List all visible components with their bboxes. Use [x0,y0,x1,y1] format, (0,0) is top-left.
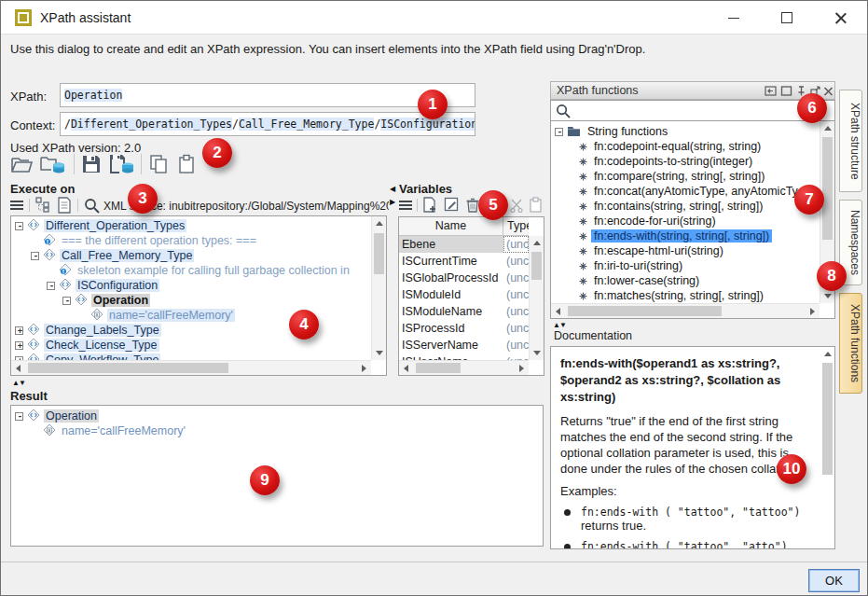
tree-expander-icon[interactable] [15,326,23,335]
splitter-handle[interactable] [12,379,25,387]
variable-row[interactable]: ISServerName(unc [399,337,529,353]
horizontal-scrollbar[interactable] [399,360,529,375]
paste-variable-icon[interactable] [529,197,543,215]
function-row[interactable]: fn:matches(string, string[, string]) [551,288,820,303]
tree-row-selected[interactable]: Operation [11,293,371,308]
tree-expander-icon[interactable] [15,222,23,230]
save-icon[interactable] [81,154,102,177]
tree-structure-icon[interactable] [35,197,51,215]
scrollbar-thumb[interactable] [822,363,833,475]
search-icon[interactable] [84,198,100,215]
function-row[interactable]: fn:escape-html-uri(string) [551,243,820,258]
minimize-button[interactable] [712,1,755,35]
scroll-right-icon[interactable] [805,304,820,319]
functions-tree[interactable]: String functions fn:codepoint-equal(stri… [551,124,820,303]
scroll-left-icon[interactable] [551,304,566,319]
tree-row[interactable]: Operation [11,409,543,423]
function-row[interactable]: fn:contains(string, string[, string]) [551,199,820,214]
collapse-left-icon[interactable] [390,186,395,193]
scroll-right-icon[interactable] [356,361,371,376]
tree-row[interactable]: Copy_Workflow_Type [11,353,371,360]
tab-xpath-functions[interactable]: XPath functions [839,293,862,394]
close-button[interactable] [820,1,862,35]
function-row[interactable]: fn:concat(anyAtomicType, anyAtomicTy [551,184,820,199]
context-input[interactable]: /Different_Operation_Types/Call_Free_Mem… [60,112,475,136]
tree-row[interactable]: aname='callFreeMemory' [11,423,543,438]
splitter-handle[interactable] [553,321,566,329]
cut-icon[interactable] [509,198,524,215]
tree-row[interactable]: skeleton example for calling full garbag… [11,263,371,278]
variable-row-selected[interactable]: Ebene(unc [399,236,529,253]
variable-row[interactable]: ISCurrentTime(unc [399,253,529,270]
maximize-button[interactable] [765,1,808,35]
open-icon[interactable] [10,154,33,177]
tab-xpath-structure[interactable]: XPath structure [839,90,862,192]
edit-variable-icon[interactable] [444,197,460,215]
function-row-selected[interactable]: fn:ends-with(string, string[, string]) [551,229,820,243]
tree-row[interactable]: === the different operation types: === [11,233,371,248]
open-from-repository-icon[interactable] [40,154,66,177]
variable-row[interactable]: ISModuleName(unc [399,303,529,320]
variable-row[interactable]: ISUserName(unc [399,353,529,360]
function-row[interactable]: fn:iri-to-uri(string) [551,258,820,273]
scroll-down-icon[interactable] [820,346,835,347]
scroll-down-icon[interactable] [372,345,387,360]
tree-expander-icon[interactable] [62,297,71,305]
vertical-scrollbar[interactable] [529,236,544,360]
ok-button[interactable]: OK [808,569,860,592]
function-row[interactable]: fn:codepoint-equal(string, string) [551,139,820,154]
save-to-repository-icon[interactable] [109,154,135,177]
xpath-input[interactable]: Operation [60,83,475,107]
scroll-up-icon[interactable] [820,347,835,362]
scroll-down-icon[interactable] [530,345,544,360]
maximize-panel-icon[interactable] [780,85,792,97]
vertical-scrollbar[interactable] [371,216,386,360]
scroll-left-icon[interactable] [399,361,414,376]
scrollbar-thumb[interactable] [28,363,228,373]
paste-icon[interactable] [176,154,197,177]
function-row[interactable]: fn:lower-case(string) [551,273,820,288]
tree-expander-icon[interactable] [47,282,55,290]
function-row[interactable]: fn:compare(string, string[, string]) [551,169,820,184]
variable-row[interactable]: ISModuleId(unc [399,286,529,303]
scrollbar-thumb[interactable] [568,306,722,316]
menu-icon[interactable] [399,200,412,214]
function-row[interactable]: fn:encode-for-uri(string) [551,214,820,229]
tree-expander-icon[interactable] [31,252,39,260]
tree-expander-icon[interactable] [15,341,23,350]
dock-icon[interactable] [765,85,777,97]
column-header-name[interactable]: Name [399,217,503,235]
function-row[interactable]: fn:codepoints-to-string(integer) [551,154,820,169]
horizontal-scrollbar[interactable] [551,303,820,318]
tree-expander-icon[interactable] [15,412,23,421]
example-item: fn:ends-with ( "tattoo", "tattoo") retur… [560,506,814,533]
variable-row[interactable]: ISGlobalProcessId(unc [399,270,529,286]
scrollbar-thumb[interactable] [416,363,461,373]
scrollbar-thumb[interactable] [822,137,833,240]
variable-row[interactable]: ISProcessId(unc [399,320,529,337]
copy-icon[interactable] [148,154,169,177]
add-variable-icon[interactable] [422,197,438,215]
expand-right-icon[interactable] [390,199,395,206]
tree-node-label: Change_Labels_Type [44,324,161,337]
scroll-up-icon[interactable] [820,121,835,136]
scroll-up-icon[interactable] [372,216,387,231]
function-group-row[interactable]: String functions [551,124,820,139]
column-header-type[interactable]: Type [503,217,529,235]
scroll-up-icon[interactable] [530,236,544,251]
tree-expander-icon[interactable] [555,128,563,136]
scrollbar-thumb[interactable] [531,252,542,280]
xml-tree[interactable]: Different_Operation_Types === the differ… [11,218,371,360]
document-icon[interactable] [57,197,72,215]
tree-row[interactable]: Check_License_Type [11,338,371,353]
functions-search-input[interactable] [575,103,827,118]
horizontal-scrollbar[interactable] [11,360,371,375]
scroll-left-icon[interactable] [11,361,26,376]
tree-row[interactable]: ISConfiguration [11,278,371,293]
close-panel-icon[interactable] [822,85,834,97]
scrollbar-thumb[interactable] [374,233,384,274]
tree-row[interactable]: Different_Operation_Types [11,218,371,233]
menu-icon[interactable] [10,200,23,214]
tree-row[interactable]: Call_Free_Memory_Type [11,248,371,263]
scroll-right-icon[interactable] [514,361,529,376]
